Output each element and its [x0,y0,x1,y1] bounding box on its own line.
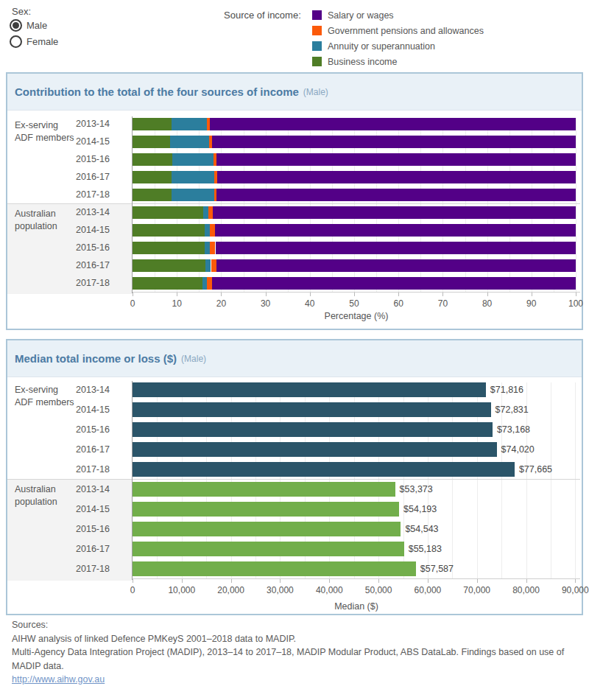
bar-ex-serving-adf-members[interactable] [133,462,515,477]
bar-segment-government-pensions-and-allowances[interactable] [210,224,215,237]
bar-segment-annuity-or-superannuation[interactable] [203,206,208,219]
bar-segment-government-pensions-and-allowances[interactable] [210,242,215,254]
radio-option-female[interactable]: Female [10,35,58,48]
bar-segment-government-pensions-and-allowances[interactable] [211,259,216,272]
bar-segment-annuity-or-superannuation[interactable] [172,189,214,201]
x-axis-tick-label: 50 [349,298,359,309]
radio-button-female-icon[interactable] [10,35,22,48]
chart2-plot-area: 010,00020,00030,00040,00050,00060,00070,… [7,378,582,614]
bar-segment-salary-or-wages[interactable] [216,259,576,272]
x-axis-tick [231,579,232,583]
row-year-label: 2015-16 [66,524,119,534]
bar-ex-serving-adf-members[interactable] [133,422,493,437]
bar-segment-business-income[interactable] [133,171,172,183]
x-axis-tick-label: 90,000 [562,585,589,595]
legend-item[interactable]: Business income [312,55,398,68]
bar-australian-population[interactable] [133,561,416,576]
bar-segment-salary-or-wages[interactable] [216,189,576,201]
legend-item[interactable]: Annuity or superannuation [312,40,435,52]
bar-segment-government-pensions-and-allowances[interactable] [208,206,213,219]
bar-segment-annuity-or-superannuation[interactable] [172,171,214,183]
bar-segment-annuity-or-superannuation[interactable] [205,259,211,272]
bar-segment-business-income[interactable] [133,153,172,166]
chart2-subtitle: (Male) [181,354,206,364]
legend-item[interactable]: Salary or wages [312,9,394,21]
income-source-legend: Salary or wagesGovernment pensions and a… [312,9,585,75]
x-axis-tick [477,579,478,583]
x-axis-tick [487,293,488,296]
bar-segment-salary-or-wages[interactable] [212,277,576,290]
x-axis-tick-label: 80,000 [512,585,540,595]
bar-segment-salary-or-wages[interactable] [216,153,576,166]
radio-button-male-icon[interactable] [10,19,22,32]
row-year-label: 2014-15 [66,136,119,147]
bar-segment-business-income[interactable] [133,136,170,148]
bar-ex-serving-adf-members[interactable] [133,402,491,417]
bar-segment-annuity-or-superannuation[interactable] [170,136,208,148]
row-year-label: 2016-17 [66,444,119,455]
aihw-link[interactable]: http://www.aihw.gov.au [12,674,105,685]
row-year-label: 2015-16 [66,154,119,164]
legend-item-label: Annuity or superannuation [328,41,435,52]
bar-australian-population[interactable] [133,502,399,517]
median-income-chart-panel: Median total income or loss ($) (Male) 0… [6,339,583,615]
x-axis-tick [133,293,133,296]
bar-segment-salary-or-wages[interactable] [215,224,576,237]
chart2-title: Median total income or loss ($) [15,352,177,365]
row-year-label: 2017-18 [66,564,119,574]
x-axis-tick [133,579,133,583]
legend-title: Source of income: [224,10,301,21]
bar-australian-population[interactable] [133,522,401,536]
chart1-subtitle: (Male) [303,87,328,97]
row-year-label: 2014-15 [66,225,119,235]
x-axis-tick-label: 70,000 [463,585,490,595]
bar-segment-annuity-or-superannuation[interactable] [205,224,210,237]
row-year-label: 2016-17 [66,172,119,182]
row-year-label: 2014-15 [66,405,119,415]
x-axis-tick-label: 0 [130,585,135,595]
bar-value-label: $54,193 [403,504,437,514]
bar-segment-salary-or-wages[interactable] [213,206,576,219]
bar-segment-business-income[interactable] [133,189,172,201]
x-axis-tick-label: 20 [216,298,226,309]
x-axis-tick [526,579,527,583]
x-axis-tick [310,293,311,296]
bar-ex-serving-adf-members[interactable] [133,382,486,397]
legend-item[interactable]: Government pensions and allowances [312,24,484,37]
x-axis-tick-label: 40 [305,298,314,309]
bar-segment-business-income[interactable] [133,224,205,237]
radio-label-male[interactable]: Male [27,20,47,31]
bar-segment-business-income[interactable] [133,118,172,130]
chart1-title-bar: Contribution to the total of the four so… [7,74,582,111]
bar-segment-annuity-or-superannuation[interactable] [205,242,210,254]
x-axis-tick-label: 30,000 [267,585,294,595]
row-year-label: 2013-14 [66,385,119,395]
gridline [551,382,551,578]
bar-australian-population[interactable] [133,482,395,497]
bar-segment-salary-or-wages[interactable] [210,118,576,130]
row-year-label: 2017-18 [66,464,119,475]
bar-ex-serving-adf-members[interactable] [133,442,497,457]
x-axis-tick-label: 0 [130,298,135,309]
legend-color-swatch [312,10,322,20]
bar-segment-business-income[interactable] [133,277,202,290]
x-axis-tick [428,579,428,583]
bar-australian-population[interactable] [133,542,404,556]
bar-segment-annuity-or-superannuation[interactable] [202,277,208,290]
sources-line-2: Multi-Agency Data Integration Project (M… [12,645,580,673]
bar-segment-government-pensions-and-allowances[interactable] [207,277,212,290]
bar-segment-salary-or-wages[interactable] [216,242,576,254]
radio-label-female[interactable]: Female [27,36,58,47]
radio-option-male[interactable]: Male [10,19,47,32]
bar-value-label: $77,665 [519,464,552,475]
x-axis-tick-label: 10,000 [168,585,195,595]
bar-segment-salary-or-wages[interactable] [212,136,576,148]
bar-segment-business-income[interactable] [133,242,205,254]
bar-segment-salary-or-wages[interactable] [217,171,576,183]
bar-segment-business-income[interactable] [133,206,203,219]
bar-value-label: $57,587 [420,564,454,574]
bar-segment-business-income[interactable] [133,259,205,272]
bar-value-label: $72,831 [495,405,529,415]
bar-segment-annuity-or-superannuation[interactable] [172,118,207,130]
bar-segment-annuity-or-superannuation[interactable] [172,153,213,166]
